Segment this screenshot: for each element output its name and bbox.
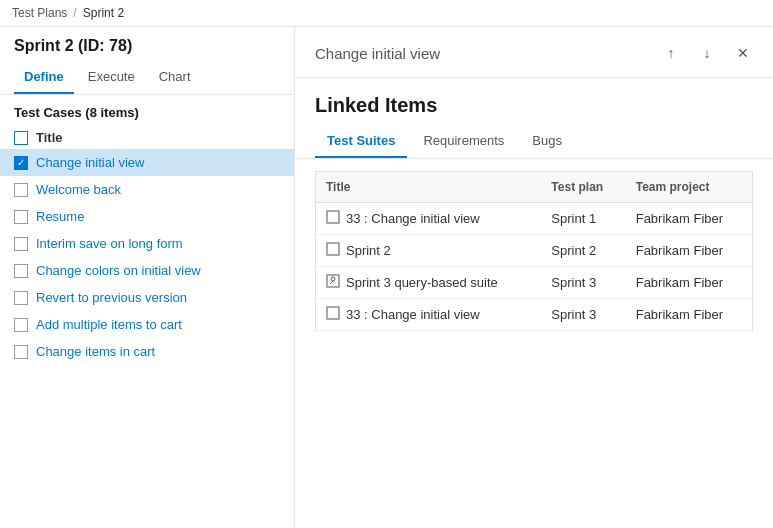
breadcrumb-part2[interactable]: Sprint 2 [83, 6, 124, 20]
breadcrumb: Test Plans / Sprint 2 [0, 0, 773, 27]
item-label-title: Title [36, 130, 63, 145]
cell-team-project: Fabrikam Fiber [626, 267, 753, 299]
checkbox-unchecked-5[interactable] [14, 291, 28, 305]
right-actions: ↑ ↓ ✕ [657, 39, 757, 67]
list-item-add-multiple[interactable]: Add multiple items to cart [0, 311, 294, 338]
linked-items-title: Linked Items [295, 78, 773, 125]
list-item-header[interactable]: — Title [0, 126, 294, 149]
list-item-interim-save[interactable]: Interim save on long form [0, 230, 294, 257]
checkbox-unchecked-2[interactable] [14, 210, 28, 224]
list-item-change-colors[interactable]: Change colors on initial view [0, 257, 294, 284]
table-row[interactable]: Sprint 2Sprint 2Fabrikam Fiber [316, 235, 753, 267]
tab-bugs[interactable]: Bugs [520, 125, 574, 158]
tab-test-suites[interactable]: Test Suites [315, 125, 407, 158]
table-row[interactable]: 33 : Change initial viewSprint 3Fabrikam… [316, 299, 753, 331]
cell-test-plan: Sprint 1 [541, 203, 625, 235]
svg-point-3 [331, 277, 335, 281]
checkbox-unchecked-4[interactable] [14, 264, 28, 278]
right-panel: Change initial view ↑ ↓ ✕ Linked Items T… [295, 27, 773, 528]
tab-chart[interactable]: Chart [149, 61, 201, 94]
cell-title: 33 : Change initial view [316, 203, 542, 235]
table-row[interactable]: Sprint 3 query-based suiteSprint 3Fabrik… [316, 267, 753, 299]
tab-execute[interactable]: Execute [78, 61, 145, 94]
cell-test-plan: Sprint 3 [541, 267, 625, 299]
test-cases-header: Test Cases (8 items) [0, 95, 294, 126]
list-item-welcome-back[interactable]: Welcome back [0, 176, 294, 203]
close-button[interactable]: ✕ [729, 39, 757, 67]
col-header-title: Title [316, 172, 542, 203]
query-suite-icon [326, 274, 340, 291]
list-item-revert[interactable]: Revert to previous version [0, 284, 294, 311]
list-item-change-initial-view[interactable]: ✓ Change initial view [0, 149, 294, 176]
col-header-team-project: Team project [626, 172, 753, 203]
svg-rect-1 [327, 243, 339, 255]
svg-rect-5 [327, 307, 339, 319]
item-label-interim-save: Interim save on long form [36, 236, 183, 251]
item-label-welcome-back: Welcome back [36, 182, 121, 197]
cell-test-plan: Sprint 2 [541, 235, 625, 267]
breadcrumb-sep: / [73, 6, 76, 20]
cell-title-text: 33 : Change initial view [346, 211, 480, 226]
cell-title-text: Sprint 3 query-based suite [346, 275, 498, 290]
down-button[interactable]: ↓ [693, 39, 721, 67]
table-header-row: Title Test plan Team project [316, 172, 753, 203]
svg-rect-0 [327, 211, 339, 223]
item-label-revert: Revert to previous version [36, 290, 187, 305]
cell-team-project: Fabrikam Fiber [626, 299, 753, 331]
cell-title-text: Sprint 2 [346, 243, 391, 258]
static-suite-icon [326, 242, 340, 259]
cell-title-text: 33 : Change initial view [346, 307, 480, 322]
cell-title: Sprint 2 [316, 235, 542, 267]
main-layout: Sprint 2 (ID: 78) Define Execute Chart T… [0, 27, 773, 528]
checkbox-unchecked-7[interactable] [14, 345, 28, 359]
up-button[interactable]: ↑ [657, 39, 685, 67]
cell-title: 33 : Change initial view [316, 299, 542, 331]
right-tabs: Test Suites Requirements Bugs [295, 125, 773, 159]
list-item-resume[interactable]: Resume [0, 203, 294, 230]
item-label-resume: Resume [36, 209, 84, 224]
tab-define[interactable]: Define [14, 61, 74, 94]
checkbox-minus[interactable]: — [14, 131, 28, 145]
left-tabs: Define Execute Chart [0, 61, 294, 95]
item-label-change-initial: Change initial view [36, 155, 144, 170]
list-item-change-items[interactable]: Change items in cart [0, 338, 294, 365]
item-label-add-multiple: Add multiple items to cart [36, 317, 182, 332]
right-header: Change initial view ↑ ↓ ✕ [295, 27, 773, 78]
minus-icon: — [16, 133, 26, 143]
static-suite-icon [326, 306, 340, 323]
checkbox-checked[interactable]: ✓ [14, 156, 28, 170]
right-panel-title: Change initial view [315, 45, 440, 62]
item-label-change-colors: Change colors on initial view [36, 263, 201, 278]
tab-requirements[interactable]: Requirements [411, 125, 516, 158]
cell-test-plan: Sprint 3 [541, 299, 625, 331]
cell-team-project: Fabrikam Fiber [626, 235, 753, 267]
static-suite-icon [326, 210, 340, 227]
checkbox-unchecked-6[interactable] [14, 318, 28, 332]
table-row[interactable]: 33 : Change initial viewSprint 1Fabrikam… [316, 203, 753, 235]
cell-title: Sprint 3 query-based suite [316, 267, 542, 299]
checkbox-unchecked-1[interactable] [14, 183, 28, 197]
test-list: — Title ✓ Change initial view Welcome ba… [0, 126, 294, 528]
checkbox-unchecked-3[interactable] [14, 237, 28, 251]
col-header-test-plan: Test plan [541, 172, 625, 203]
left-panel: Sprint 2 (ID: 78) Define Execute Chart T… [0, 27, 295, 528]
table-container: Title Test plan Team project 33 : Change… [295, 159, 773, 528]
cell-team-project: Fabrikam Fiber [626, 203, 753, 235]
check-icon: ✓ [17, 158, 25, 168]
svg-line-4 [330, 281, 333, 284]
sprint-title: Sprint 2 (ID: 78) [0, 27, 294, 61]
linked-table: Title Test plan Team project 33 : Change… [315, 171, 753, 331]
item-label-change-items: Change items in cart [36, 344, 155, 359]
breadcrumb-part1[interactable]: Test Plans [12, 6, 67, 20]
